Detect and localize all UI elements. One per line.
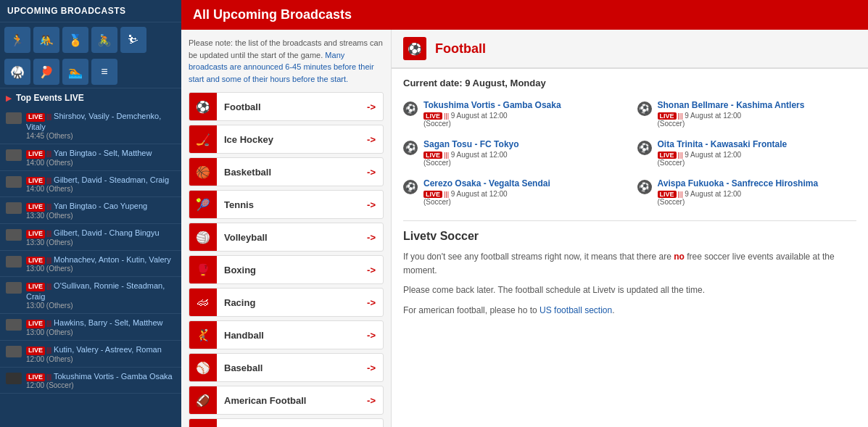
right-panel-header: ⚽ Football <box>392 30 868 69</box>
event-name: LIVE||| Mohnachev, Anton - Kutin, Valery <box>26 254 175 265</box>
event-time: 13:00 (Others) <box>26 328 175 336</box>
match-live-badge: LIVE <box>658 152 677 159</box>
match-live-bars: ||| <box>444 191 449 198</box>
sport-list-item-volleyball[interactable]: 🏐 Volleyball -> <box>189 223 384 252</box>
sport-arrow: -> <box>360 330 383 341</box>
sport-list-item-ice-hockey[interactable]: 🏒 Ice Hockey -> <box>189 125 384 154</box>
live-badge: LIVE <box>26 177 45 186</box>
event-thumbnail <box>6 373 22 384</box>
sport-label: Racing <box>217 297 360 308</box>
sport-label: Volleyball <box>217 232 360 243</box>
event-thumbnail <box>6 202 22 214</box>
live-bars: ||| <box>46 373 51 382</box>
match-ball-icon: ⚽ <box>637 180 652 194</box>
note-link[interactable]: Many broadcasts are announced 6-45 minut… <box>189 51 374 83</box>
match-live-badge: LIVE <box>423 191 442 198</box>
event-link[interactable]: Yan Bingtao - Cao Yupeng <box>54 202 147 210</box>
sport-list-item-basketball[interactable]: 🏀 Basketball -> <box>189 157 384 186</box>
match-item: ⚽ Avispa Fukuoka - Sanfrecce Hiroshima L… <box>637 175 857 209</box>
event-link[interactable]: Yan Bingtao - Selt, Matthew <box>54 149 152 157</box>
match-ball-icon: ⚽ <box>637 101 652 116</box>
event-link[interactable]: Mohnachev, Anton - Kutin, Valery <box>54 255 171 264</box>
sport-list-item-racing[interactable]: 🏎 Racing -> <box>189 288 384 317</box>
event-time: 14:45 (Others) <box>26 132 175 140</box>
event-time: 13:30 (Others) <box>26 239 175 246</box>
sport-icon-running[interactable]: 🏃 <box>4 27 30 53</box>
sport-list-item-tennis[interactable]: 🎾 Tennis -> <box>189 190 384 219</box>
live-badge: LIVE <box>26 283 45 291</box>
event-link[interactable]: Gilbert, David - Steadman, Craig <box>54 175 169 184</box>
event-link[interactable]: Hawkins, Barry - Selt, Matthew <box>54 318 162 327</box>
sidebar-event-item[interactable]: LIVE||| Shirshov, Vasily - Demchenko, Vi… <box>0 107 181 144</box>
sport-icon-cycle[interactable]: 🚴 <box>91 27 117 53</box>
match-meta: LIVE||| 9 August at 12:00(Soccer) <box>423 112 561 128</box>
match-link[interactable]: Tokushima Vortis - Gamba Osaka <box>423 100 561 110</box>
sport-icon: 🏐 <box>189 223 217 251</box>
live-badge: LIVE <box>26 257 45 265</box>
livetv-para3: For american football, please ho to US f… <box>403 304 856 318</box>
sport-icon-table[interactable]: 🏓 <box>33 59 59 85</box>
sidebar-event-item[interactable]: LIVE||| Yan Bingtao - Selt, Matthew 14:0… <box>0 144 181 171</box>
event-name: LIVE||| Yan Bingtao - Cao Yupeng <box>26 201 175 212</box>
sport-icon-fight[interactable]: 🤼 <box>33 27 59 53</box>
sidebar-event-item[interactable]: LIVE||| Hawkins, Barry - Selt, Matthew 1… <box>0 314 181 341</box>
football-panel-icon: ⚽ <box>403 37 426 60</box>
sport-list-item-football[interactable]: ⚽ Football -> <box>189 92 384 121</box>
livetv-para2: Please come back later. The football sch… <box>403 283 856 297</box>
sport-icon: 🏒 <box>189 125 217 153</box>
event-thumbnail <box>6 256 22 268</box>
match-link[interactable]: Cerezo Osaka - Vegalta Sendai <box>423 178 550 188</box>
sport-list-item-rugby-union[interactable]: 🏉 Rugby Union -> <box>189 418 384 427</box>
sport-arrow: -> <box>360 134 383 145</box>
match-info: Shonan Bellmare - Kashima Antlers LIVE||… <box>658 100 805 128</box>
match-meta: LIVE||| 9 August at 12:00(Soccer) <box>658 190 819 206</box>
match-link[interactable]: Shonan Bellmare - Kashima Antlers <box>658 100 805 110</box>
sport-list-item-baseball[interactable]: ⚾ Baseball -> <box>189 353 384 382</box>
event-info: LIVE||| Yan Bingtao - Selt, Matthew 14:0… <box>26 148 175 167</box>
sidebar-event-item[interactable]: LIVE||| Mohnachev, Anton - Kutin, Valery… <box>0 251 181 278</box>
sport-icon-ski[interactable]: ⛷ <box>120 27 146 53</box>
sport-label: American Football <box>217 395 360 406</box>
event-link[interactable]: Kutin, Valery - Astreev, Roman <box>54 345 162 354</box>
sport-arrow: -> <box>360 167 383 178</box>
sport-arrow: -> <box>360 232 383 243</box>
sport-icon: ⚾ <box>189 354 217 381</box>
match-link[interactable]: Oita Trinita - Kawasaki Frontale <box>658 139 788 149</box>
sidebar-event-item[interactable]: LIVE||| Kutin, Valery - Astreev, Roman 1… <box>0 341 181 368</box>
sport-list-item-boxing[interactable]: 🥊 Boxing -> <box>189 255 384 284</box>
event-link[interactable]: Tokushima Vortis - Gamba Osaka <box>54 372 173 381</box>
sport-list-item-handball[interactable]: 🤾 Handball -> <box>189 320 384 349</box>
sidebar-event-item[interactable]: LIVE||| Gilbert, David - Steadman, Craig… <box>0 171 181 198</box>
match-link[interactable]: Sagan Tosu - FC Tokyo <box>423 139 519 149</box>
sport-list-item-american-football[interactable]: 🏈 American Football -> <box>189 386 384 415</box>
event-info: LIVE||| Hawkins, Barry - Selt, Matthew 1… <box>26 318 175 336</box>
match-live-bars: ||| <box>678 152 683 159</box>
main-content: All Upcoming Broadcasts Please note: the… <box>181 0 868 427</box>
sport-icon-more[interactable]: ≡ <box>91 59 117 85</box>
event-link[interactable]: Gilbert, David - Chang Bingyu <box>54 228 160 237</box>
sidebar-event-item[interactable]: LIVE||| Tokushima Vortis - Gamba Osaka 1… <box>0 368 181 394</box>
live-badge: LIVE <box>26 373 45 382</box>
sport-arrow: -> <box>360 395 383 406</box>
event-time: 14:00 (Others) <box>26 159 175 167</box>
match-link[interactable]: Avispa Fukuoka - Sanfrecce Hiroshima <box>658 178 819 188</box>
sport-icon-swim[interactable]: 🏊 <box>62 59 88 85</box>
sport-icon-sprint[interactable]: 🏅 <box>62 27 88 53</box>
event-info: LIVE||| Mohnachev, Anton - Kutin, Valery… <box>26 254 175 273</box>
us-football-link[interactable]: US football section <box>540 305 612 315</box>
sidebar-event-item[interactable]: LIVE||| O'Sullivan, Ronnie - Steadman, C… <box>0 277 181 314</box>
sidebar-event-item[interactable]: LIVE||| Yan Bingtao - Cao Yupeng 13:30 (… <box>0 197 181 224</box>
match-meta: LIVE||| 9 August at 12:00(Soccer) <box>658 151 788 167</box>
sport-icon-fight2[interactable]: 🥋 <box>4 59 30 85</box>
sport-icon: 🏎 <box>189 289 217 316</box>
sidebar-event-item[interactable]: LIVE||| Gilbert, David - Chang Bingyu 13… <box>0 224 181 251</box>
sport-icon: ⚽ <box>189 93 217 120</box>
live-bars: ||| <box>46 177 51 186</box>
top-events-label: Top Events LIVE <box>16 93 84 103</box>
event-info: LIVE||| Gilbert, David - Steadman, Craig… <box>26 175 175 194</box>
event-info: LIVE||| O'Sullivan, Ronnie - Steadman, C… <box>26 281 175 310</box>
top-events-header: Top Events LIVE <box>0 88 181 107</box>
main-header: All Upcoming Broadcasts <box>181 0 868 30</box>
match-info: Sagan Tosu - FC Tokyo LIVE||| 9 August a… <box>423 139 519 167</box>
match-ball-icon: ⚽ <box>403 101 418 116</box>
